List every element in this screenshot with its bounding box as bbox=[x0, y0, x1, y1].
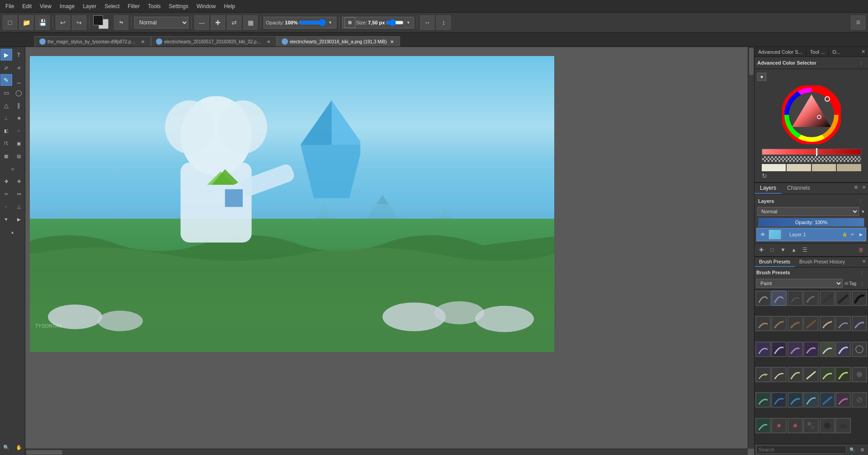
fill-button[interactable]: ✚ bbox=[211, 15, 225, 30]
brush-item-4-2[interactable] bbox=[771, 367, 787, 382]
layers-panel-close[interactable]: ✕ bbox=[860, 183, 868, 191]
multibrush-tool[interactable]: ❀ bbox=[13, 112, 25, 124]
transform-tool[interactable]: ✤ bbox=[0, 175, 12, 187]
brush-search-settings[interactable]: ⚙ bbox=[858, 446, 866, 454]
menu-settings[interactable]: Settings bbox=[165, 2, 192, 10]
brush-item-6-6[interactable] bbox=[835, 418, 851, 433]
brush-item-5-6[interactable] bbox=[835, 392, 851, 408]
brush-item-1-3[interactable] bbox=[788, 291, 803, 306]
brush-item-1-2[interactable] bbox=[771, 291, 787, 306]
hscroll-thumb[interactable] bbox=[26, 450, 62, 455]
gradient-tool[interactable]: ◧ bbox=[0, 125, 12, 136]
brush-item-3-2[interactable] bbox=[771, 342, 787, 357]
layer-properties-button[interactable]: ☰ bbox=[800, 245, 810, 255]
brush-tag-toggle[interactable]: ✉ Tag bbox=[844, 281, 856, 286]
color-sampler-tool[interactable]: ▫ bbox=[13, 125, 25, 136]
deform-tool[interactable]: ⌾ bbox=[7, 163, 19, 174]
crop-tool[interactable]: ✂ bbox=[0, 188, 12, 200]
horizontal-scrollbar[interactable] bbox=[25, 449, 748, 455]
brush-presets-tab[interactable]: Brush Presets bbox=[755, 257, 795, 267]
menu-help[interactable]: Help bbox=[220, 2, 239, 10]
layer-opacity-bar[interactable]: Opacity: 100% bbox=[758, 218, 864, 227]
brush-item-5-7[interactable] bbox=[852, 392, 867, 408]
canvas-area[interactable]: TYSONTAN bbox=[25, 47, 754, 455]
brush-item-6-1[interactable] bbox=[755, 418, 771, 433]
color-wheel-container[interactable] bbox=[778, 82, 844, 148]
brush-item-4-3[interactable] bbox=[788, 367, 803, 382]
mirror-button[interactable]: ⇄ bbox=[227, 15, 241, 30]
undo-button[interactable]: ↩ bbox=[56, 15, 70, 30]
menu-filter[interactable]: Filter bbox=[124, 2, 144, 10]
brush-item-3-7[interactable] bbox=[852, 342, 867, 357]
brush-item-2-5[interactable] bbox=[820, 316, 835, 331]
color-history-4[interactable] bbox=[837, 164, 861, 171]
selection-ellipse-tool[interactable]: △ bbox=[13, 201, 25, 212]
canvas-image[interactable]: TYSONTAN bbox=[30, 56, 554, 352]
fill-contiguous-tool[interactable]: ⟂ bbox=[0, 112, 12, 124]
advanced-color-tab[interactable]: Advanced Color S... bbox=[755, 47, 807, 56]
path-tool[interactable]: ▴ bbox=[7, 226, 19, 238]
ellipse-tool[interactable]: ◯ bbox=[13, 87, 25, 99]
brush-item-1-4[interactable] bbox=[803, 291, 819, 306]
add-layer-button[interactable]: ✚ bbox=[756, 245, 766, 255]
other-tab[interactable]: O... bbox=[829, 47, 844, 56]
zoom-tool[interactable]: 🔍 bbox=[0, 441, 12, 453]
mirror-v-button[interactable]: ↕ bbox=[436, 15, 451, 30]
menu-window[interactable]: Window bbox=[193, 2, 220, 10]
brush-item-4-4[interactable] bbox=[803, 367, 819, 382]
color-history-3[interactable] bbox=[812, 164, 836, 171]
brush-item-5-2[interactable] bbox=[771, 392, 787, 408]
brush-item-2-3[interactable] bbox=[788, 316, 803, 331]
color-reset-button[interactable]: ↻ bbox=[762, 172, 767, 179]
select-tool[interactable]: ▶ bbox=[0, 49, 12, 61]
layers-blend-select[interactable]: Normal bbox=[757, 207, 859, 216]
channels-tab[interactable]: Channels bbox=[782, 183, 816, 194]
layer-lock-move[interactable]: ▶ bbox=[858, 231, 864, 238]
tab-1-close[interactable]: ✕ bbox=[140, 38, 146, 45]
brush-item-4-7[interactable] bbox=[852, 367, 867, 382]
brush-item-4-1[interactable] bbox=[755, 367, 771, 382]
brush-item-3-3[interactable] bbox=[788, 342, 803, 357]
color-mode-1[interactable]: ■ bbox=[757, 73, 766, 81]
brush-item-6-5[interactable] bbox=[820, 418, 835, 433]
color-hue-bar[interactable] bbox=[762, 149, 861, 155]
selection-rect-tool[interactable]: ▫ bbox=[0, 201, 12, 212]
vertical-scrollbar[interactable] bbox=[748, 47, 754, 449]
brush-item-2-2[interactable] bbox=[771, 316, 787, 331]
delete-layer-button[interactable]: 🗑 bbox=[856, 245, 866, 255]
brush-item-4-6[interactable] bbox=[835, 367, 851, 382]
layers-tab[interactable]: Layers bbox=[755, 183, 782, 194]
brush-item-5-5[interactable] bbox=[820, 392, 835, 408]
smart-patch-tool[interactable]: ☈ bbox=[0, 137, 12, 149]
open-document-button[interactable]: 📁 bbox=[19, 15, 33, 30]
menu-image[interactable]: Image bbox=[56, 2, 78, 10]
size-menu-button[interactable]: ▼ bbox=[405, 18, 412, 28]
tool-options-tab[interactable]: Tool ... bbox=[807, 47, 829, 56]
layer-lock-paint[interactable]: ✏ bbox=[849, 231, 856, 238]
color-history-1[interactable] bbox=[762, 164, 786, 171]
move-tool[interactable]: ✥ bbox=[13, 175, 25, 187]
menu-edit[interactable]: Edit bbox=[19, 2, 35, 10]
brush-item-3-1[interactable] bbox=[755, 342, 771, 357]
brush-item-5-3[interactable] bbox=[788, 392, 803, 408]
menu-file[interactable]: File bbox=[2, 2, 18, 10]
tab-3-close[interactable]: ✕ bbox=[389, 38, 395, 45]
grid-button[interactable]: ▦ bbox=[243, 15, 258, 30]
panel-toggle-button[interactable]: ☰ bbox=[851, 15, 865, 30]
brush-panel-close[interactable]: ✕ bbox=[860, 257, 868, 265]
opacity-slider[interactable] bbox=[299, 19, 326, 26]
color-swatches[interactable] bbox=[92, 14, 112, 31]
mirror-h-button[interactable]: ↔ bbox=[420, 15, 434, 30]
contiguous-select-tool[interactable]: ▼ bbox=[0, 213, 12, 225]
brush-item-6-3[interactable] bbox=[788, 418, 803, 433]
size-slider[interactable] bbox=[386, 19, 404, 26]
brush-item-2-6[interactable] bbox=[835, 316, 851, 331]
move-layer-up-button[interactable]: ▲ bbox=[789, 245, 799, 255]
brush-search-input[interactable] bbox=[756, 446, 846, 454]
tab-2-close[interactable]: ✕ bbox=[265, 38, 272, 45]
clone-tool[interactable]: ▣ bbox=[13, 137, 25, 149]
color-history-2[interactable] bbox=[787, 164, 811, 171]
layer-lock-alpha[interactable]: 🔓 bbox=[841, 231, 848, 238]
blend-mode-select[interactable]: Normal bbox=[134, 17, 189, 28]
new-document-button[interactable]: □ bbox=[3, 15, 17, 30]
